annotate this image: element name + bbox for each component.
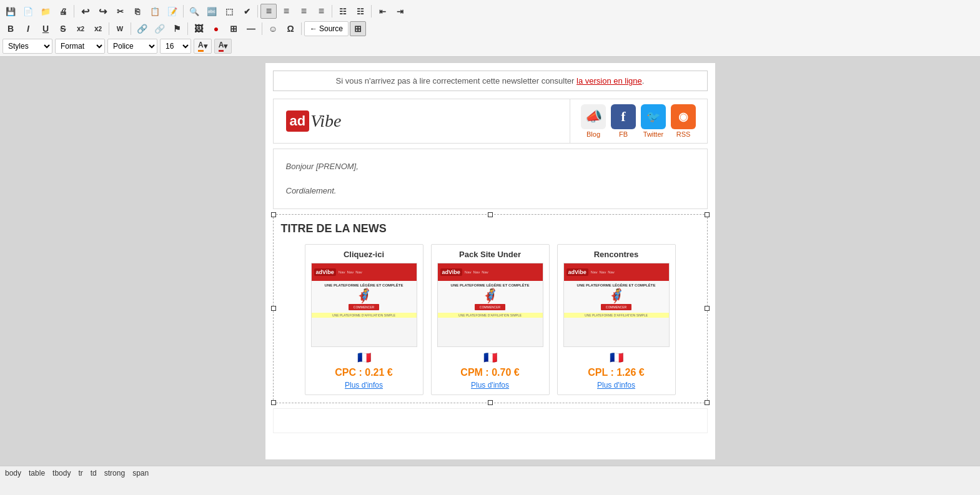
card-3-image: adVibe Nav Nav Nav UNE PLATEFORME LÉGÈRE…	[563, 263, 670, 347]
card-3-body: UNE PLATEFORME LÉGÈRE ET COMPLÈTE 🦸 COMM…	[564, 281, 669, 313]
greeting-box[interactable]: Bonjour [PRENOM], Cordialement.	[273, 149, 708, 209]
notice-link[interactable]: la version en ligne	[577, 76, 642, 86]
resize-handle-mr[interactable]	[705, 306, 710, 311]
unordered-list-button[interactable]: ☷	[352, 4, 369, 19]
resize-handle-bm[interactable]	[488, 400, 493, 405]
link-button[interactable]: 🔗	[134, 21, 150, 36]
status-span[interactable]: span	[132, 469, 149, 478]
card-2-link[interactable]: Plus d'infos	[437, 381, 544, 390]
bold-button[interactable]: B	[2, 21, 19, 36]
italic-button[interactable]: I	[20, 21, 36, 36]
card-3-cta: COMMENCER	[601, 304, 631, 310]
resize-handle-ml[interactable]	[271, 306, 276, 311]
flash-button[interactable]: ●	[208, 21, 224, 36]
new-button[interactable]: 📄	[20, 4, 36, 19]
notice-text: Si vous n'arrivez pas à lire correctemen…	[336, 76, 577, 86]
cut-button[interactable]: ✂	[112, 4, 128, 19]
table-button[interactable]: ⊞	[225, 21, 242, 36]
showblocks-button[interactable]: ⊞	[350, 21, 366, 36]
smiley-button[interactable]: ☺	[265, 21, 281, 36]
print-button[interactable]: 🖨	[55, 4, 71, 19]
resize-handle-tm[interactable]	[488, 212, 493, 217]
fb-label: FB	[619, 130, 628, 138]
greeting-line1: Bonjour [PRENOM],	[286, 159, 695, 174]
open-button[interactable]: 📁	[37, 4, 54, 19]
paste-text-button[interactable]: 📝	[164, 4, 181, 19]
separator-7	[131, 22, 131, 35]
indent-button[interactable]: ⇥	[392, 4, 408, 19]
replace-button[interactable]: 🔤	[204, 4, 220, 19]
size-select[interactable]: 16	[160, 39, 191, 54]
status-tbody[interactable]: tbody	[52, 469, 71, 478]
card-2-headline: UNE PLATEFORME LÉGÈRE ET COMPLÈTE	[451, 283, 530, 287]
card-2-mascot: 🦸	[482, 289, 498, 303]
bottom-section	[273, 408, 708, 433]
align-left-button[interactable]: ≡	[260, 4, 277, 19]
card-1-body: UNE PLATEFORME LÉGÈRE ET COMPLÈTE 🦸 COMM…	[312, 281, 417, 313]
resize-handle-tl[interactable]	[271, 212, 276, 217]
card-3-img-top: adVibe Nav Nav Nav	[564, 263, 669, 281]
twitter-link[interactable]: 🐦 Twitter	[641, 104, 666, 138]
cards-row: Cliquez-ici adVibe Nav Nav Nav	[281, 244, 700, 395]
resize-handle-bl[interactable]	[271, 400, 276, 405]
strikethrough-button[interactable]: S	[55, 21, 71, 36]
news-section[interactable]: TITRE DE LA NEWS Cliquez-ici adVibe Nav …	[273, 214, 708, 403]
twitter-label: Twitter	[643, 130, 663, 138]
greeting-line2: Cordialement.	[286, 184, 695, 198]
undo-button[interactable]: ↩	[77, 4, 93, 19]
hr-button[interactable]: —	[243, 21, 259, 36]
status-tr[interactable]: tr	[78, 469, 82, 478]
card-1-link[interactable]: Plus d'infos	[310, 381, 418, 390]
find-button[interactable]: 🔍	[186, 4, 202, 19]
blog-link[interactable]: 📣 Blog	[581, 104, 606, 138]
redo-button[interactable]: ↪	[94, 4, 111, 19]
format-select[interactable]: Format	[55, 39, 105, 54]
source-button[interactable]: ← Source	[304, 21, 349, 36]
font-select[interactable]: Police	[107, 39, 157, 54]
subscript-button[interactable]: x2	[72, 21, 89, 36]
outdent-button[interactable]: ⇤	[374, 4, 390, 19]
spellcheck-button[interactable]: ✔	[239, 4, 255, 19]
unlink-button[interactable]: 🔗	[151, 21, 167, 36]
image-button[interactable]: 🖼	[191, 21, 207, 36]
styles-select[interactable]: Styles	[2, 39, 52, 54]
toolbar-row-1: 💾 📄 📁 🖨 ↩ ↪ ✂ ⎘ 📋 📝 🔍 🔤 ⬚ ✔ ≡ ≡ ≡ ≡ ☷ ☷ …	[2, 2, 978, 20]
align-center-button[interactable]: ≡	[278, 4, 294, 19]
editor-canvas[interactable]: Si vous n'arrivez pas à lire correctemen…	[265, 63, 715, 459]
source-label: Source	[319, 24, 343, 33]
rss-label: RSS	[676, 130, 691, 138]
card-1-cta: COMMENCER	[349, 304, 379, 310]
twitter-icon: 🐦	[641, 104, 666, 129]
fb-link[interactable]: f FB	[611, 104, 636, 138]
notice-bar: Si vous n'arrivez pas à lire correctemen…	[273, 71, 708, 91]
bg-color-button[interactable]: A▾	[214, 39, 232, 54]
news-title: TITRE DE LA NEWS	[281, 222, 700, 235]
social-cell: 📣 Blog f FB 🐦 Twitter ◉ RSS	[570, 99, 707, 143]
special-char-button[interactable]: Ω	[282, 21, 299, 36]
text-color-button[interactable]: A▾	[194, 39, 212, 54]
resize-handle-br[interactable]	[705, 400, 710, 405]
rss-link[interactable]: ◉ RSS	[671, 104, 696, 138]
select-all-button[interactable]: ⬚	[221, 4, 237, 19]
status-table[interactable]: table	[29, 469, 45, 478]
toolbar-row-3: Styles Format Police 16 A▾ A▾	[2, 37, 978, 56]
align-right-button[interactable]: ≡	[295, 4, 312, 19]
word-paste-button[interactable]: W	[112, 21, 128, 36]
save-button[interactable]: 💾	[2, 4, 19, 19]
card-3-link[interactable]: Plus d'infos	[563, 381, 670, 390]
align-justify-button[interactable]: ≡	[313, 4, 329, 19]
card-3-mascot: 🦸	[608, 289, 625, 303]
resize-handle-tr[interactable]	[705, 212, 710, 217]
card-2-price: CPM : 0.70 €	[437, 367, 544, 378]
copy-button[interactable]: ⎘	[129, 4, 146, 19]
status-body[interactable]: body	[5, 469, 21, 478]
status-td[interactable]: td	[91, 469, 97, 478]
status-strong[interactable]: strong	[104, 469, 125, 478]
card-3-price: CPL : 1.26 €	[563, 367, 670, 378]
ordered-list-button[interactable]: ☷	[335, 4, 351, 19]
underline-button[interactable]: U	[37, 21, 54, 36]
anchor-button[interactable]: ⚑	[169, 21, 185, 36]
card-3-logo: adVibe	[567, 268, 588, 276]
superscript-button[interactable]: x2	[90, 21, 106, 36]
paste-button[interactable]: 📋	[147, 4, 163, 19]
